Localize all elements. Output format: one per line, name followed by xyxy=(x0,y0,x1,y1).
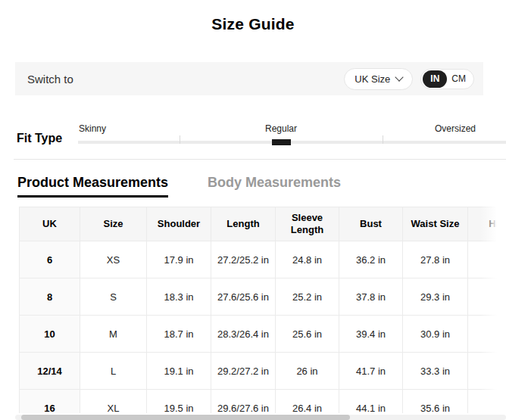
table-cell: 10 xyxy=(20,316,80,353)
size-table: UKSizeShoulderLengthSleeve LengthBustWai… xyxy=(19,207,506,413)
table-cell: 30.9 in xyxy=(403,316,468,353)
column-header: Waist Size xyxy=(403,207,468,241)
table-cell xyxy=(468,241,506,278)
table-cell: 37.8 in xyxy=(339,278,403,316)
table-cell: 29.2/27.2 in xyxy=(211,353,276,390)
column-header: Length xyxy=(211,207,276,241)
table-row: 8S18.3 in27.6/25.6 in25.2 in37.8 in29.3 … xyxy=(20,278,506,316)
table-cell: 25.2 in xyxy=(276,278,339,316)
table-cell: 41.7 in xyxy=(339,353,403,390)
column-header: Hip Size xyxy=(468,207,506,241)
table-cell: 19.1 in xyxy=(147,353,211,390)
scrollbar-thumb[interactable] xyxy=(21,415,350,420)
fit-type-option-regular[interactable]: Regular xyxy=(265,123,297,134)
table-cell: XL xyxy=(80,390,147,414)
column-header: Size xyxy=(80,207,147,241)
table-cell: 29.3 in xyxy=(403,278,468,316)
horizontal-scrollbar[interactable] xyxy=(15,415,506,420)
slider-tick xyxy=(180,135,180,144)
section-divider xyxy=(14,159,506,160)
unit-option-in[interactable]: IN xyxy=(423,70,447,88)
table-cell: 16 xyxy=(20,390,80,414)
fit-type-option-skinny[interactable]: Skinny xyxy=(79,123,106,134)
table-cell: 24.8 in xyxy=(276,241,339,278)
table-cell: 25.6 in xyxy=(276,316,339,353)
table-cell: 27.8 in xyxy=(403,241,468,278)
table-row: 6XS17.9 in27.2/25.2 in24.8 in36.2 in27.8… xyxy=(20,241,506,278)
fit-type-label: Fit Type xyxy=(17,132,62,145)
unit-toggle[interactable]: IN CM xyxy=(420,69,474,89)
slider-thumb[interactable] xyxy=(272,139,291,145)
table-cell: S xyxy=(80,278,147,316)
table-cell: 28.3/26.4 in xyxy=(211,316,276,353)
table-cell xyxy=(468,278,506,316)
table-cell: 27.2/25.2 in xyxy=(211,241,276,278)
table-cell: 44.1 in xyxy=(339,390,403,414)
table-cell: 19.5 in xyxy=(147,390,211,414)
table-cell: 39.4 in xyxy=(339,316,403,353)
table-cell: 17.9 in xyxy=(147,241,211,278)
table-cell: L xyxy=(80,353,147,390)
slider-tick xyxy=(383,135,383,144)
unit-option-cm[interactable]: CM xyxy=(448,73,472,84)
table-cell: 18.3 in xyxy=(147,278,211,316)
table-cell xyxy=(468,390,506,414)
table-header-row: UKSizeShoulderLengthSleeve LengthBustWai… xyxy=(20,207,506,241)
size-region-dropdown[interactable]: UK Size xyxy=(344,68,413,90)
fit-type-slider[interactable]: Skinny Regular Oversized xyxy=(78,121,506,148)
column-header: Shoulder xyxy=(147,207,211,241)
table-row: 16XL19.5 in29.6/27.6 in26.4 in44.1 in35.… xyxy=(20,390,506,414)
measurement-tabs: Product Measurements Body Measurements xyxy=(17,175,341,198)
column-header: Sleeve Length xyxy=(276,207,339,241)
tab-body-measurements[interactable]: Body Measurements xyxy=(208,175,341,195)
table-cell: M xyxy=(80,316,147,353)
switch-to-label: Switch to xyxy=(27,73,73,86)
column-header: UK xyxy=(20,207,80,241)
table-cell: 6 xyxy=(20,241,80,278)
switch-bar: Switch to UK Size IN CM xyxy=(15,62,483,95)
table-cell xyxy=(468,353,506,390)
table-row: 10M18.7 in28.3/26.4 in25.6 in39.4 in30.9… xyxy=(20,316,506,353)
table-row: 12/14L19.1 in29.2/27.2 in26 in41.7 in33.… xyxy=(20,353,506,390)
fit-type-option-oversized[interactable]: Oversized xyxy=(435,123,476,134)
chevron-down-icon xyxy=(395,73,404,81)
table-cell: 12/14 xyxy=(20,353,80,390)
table-cell: 27.6/25.6 in xyxy=(211,278,276,316)
table-cell xyxy=(468,316,506,353)
slider-track[interactable] xyxy=(78,141,506,144)
switch-controls: UK Size IN CM xyxy=(344,68,474,90)
size-region-value: UK Size xyxy=(355,73,390,85)
table-cell: 8 xyxy=(20,278,80,316)
table-cell: 18.7 in xyxy=(147,316,211,353)
table-cell: 35.6 in xyxy=(403,390,468,414)
table-cell: 26 in xyxy=(276,353,339,390)
table-cell: 29.6/27.6 in xyxy=(211,390,276,414)
table-cell: 36.2 in xyxy=(339,241,403,278)
page-title: Size Guide xyxy=(0,15,506,33)
table-cell: 33.3 in xyxy=(403,353,468,390)
tab-product-measurements[interactable]: Product Measurements xyxy=(17,175,168,198)
table-cell: XS xyxy=(80,241,147,278)
table-cell: 26.4 in xyxy=(276,390,339,414)
column-header: Bust xyxy=(339,207,403,241)
size-table-container: UKSizeShoulderLengthSleeve LengthBustWai… xyxy=(19,207,506,413)
